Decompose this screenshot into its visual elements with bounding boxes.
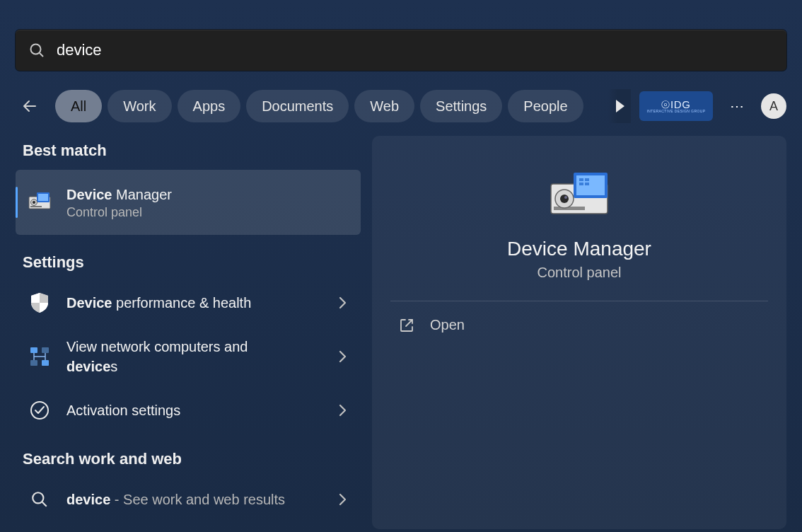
avatar[interactable]: A [761, 93, 786, 119]
result-title: Device performance & health [66, 294, 334, 312]
open-action[interactable]: Open [372, 301, 786, 349]
section-search-web: Search work and web [23, 450, 354, 468]
svg-rect-7 [38, 194, 48, 201]
section-best-match: Best match [23, 141, 354, 160]
back-button[interactable] [16, 92, 44, 120]
result-subtitle: Control panel [66, 205, 351, 220]
check-circle-icon [25, 396, 54, 424]
open-label: Open [430, 317, 465, 333]
svg-line-1 [40, 53, 43, 57]
result-title: Activation settings [66, 401, 334, 420]
filter-pill-people[interactable]: People [508, 90, 583, 122]
device-manager-icon [25, 188, 54, 216]
results-panel: Best match Device Manager Control panel [16, 136, 361, 529]
filter-pill-settings[interactable]: Settings [420, 90, 502, 122]
result-title-line2: devices [66, 357, 334, 376]
chevron-right-icon [334, 491, 351, 508]
search-bar[interactable] [16, 30, 786, 71]
svg-rect-27 [579, 183, 583, 185]
scroll-right-button[interactable] [608, 89, 631, 123]
svg-marker-3 [616, 100, 624, 112]
org-badge-subtext: INTERACTIVE DESIGN GROUP [647, 110, 706, 113]
filter-pill-work[interactable]: Work [107, 90, 171, 122]
shield-icon [25, 289, 54, 317]
filter-pill-all[interactable]: All [55, 90, 102, 122]
result-device-performance[interactable]: Device performance & health [16, 282, 361, 324]
open-external-icon [399, 318, 414, 333]
search-icon [25, 485, 54, 514]
svg-point-0 [31, 45, 41, 54]
svg-line-21 [42, 502, 47, 507]
result-title: View network computers and [66, 337, 334, 356]
result-activation-settings[interactable]: Activation settings [16, 389, 361, 432]
result-text: Device performance & health [66, 294, 334, 312]
svg-rect-10 [30, 347, 37, 353]
search-input[interactable] [57, 41, 774, 59]
header-tools: ⦾IDG INTERACTIVE DESIGN GROUP ⋯ A [639, 91, 786, 121]
device-manager-large-icon [544, 167, 615, 224]
search-icon [28, 42, 45, 59]
org-badge-text: ⦾IDG [661, 99, 690, 110]
content: Best match Device Manager Control panel [0, 136, 802, 529]
result-text: View network computers and devices [66, 337, 334, 376]
filter-pill-web[interactable]: Web [354, 90, 414, 122]
svg-rect-5 [30, 206, 42, 207]
chevron-right-icon [334, 294, 351, 311]
result-network-devices[interactable]: View network computers and devices [16, 324, 361, 389]
chevron-right-icon [334, 348, 351, 365]
filter-pill-apps[interactable]: Apps [178, 90, 241, 122]
section-settings: Settings [23, 253, 354, 272]
svg-point-19 [31, 402, 48, 419]
svg-rect-12 [30, 360, 37, 366]
svg-point-32 [564, 196, 567, 199]
svg-rect-29 [585, 183, 589, 185]
filter-row: All Work Apps Documents Web Settings Peo… [16, 89, 786, 123]
result-text: device - See work and web results [66, 490, 334, 509]
result-title: device - See work and web results [66, 490, 334, 509]
svg-rect-13 [42, 360, 49, 366]
detail-title: Device Manager [507, 238, 651, 260]
result-text: Activation settings [66, 401, 334, 420]
result-search-web[interactable]: device - See work and web results [16, 478, 361, 521]
svg-rect-26 [579, 178, 583, 181]
org-badge[interactable]: ⦾IDG INTERACTIVE DESIGN GROUP [639, 91, 713, 121]
network-icon [25, 342, 54, 371]
detail-panel: Device Manager Control panel Open [372, 136, 786, 529]
filter-pill-documents[interactable]: Documents [246, 90, 349, 122]
svg-rect-28 [585, 178, 589, 181]
svg-point-20 [33, 492, 43, 503]
result-text: Device Manager Control panel [66, 185, 351, 220]
result-device-manager[interactable]: Device Manager Control panel [16, 170, 361, 235]
filter-pills: All Work Apps Documents Web Settings Peo… [55, 90, 600, 122]
svg-rect-11 [42, 347, 49, 353]
more-button[interactable]: ⋯ [724, 93, 750, 119]
detail-subtitle: Control panel [537, 265, 622, 281]
result-title: Device Manager [66, 185, 351, 204]
svg-point-31 [560, 195, 569, 203]
svg-point-9 [33, 201, 35, 204]
chevron-right-icon [334, 402, 351, 419]
svg-line-33 [406, 320, 412, 326]
